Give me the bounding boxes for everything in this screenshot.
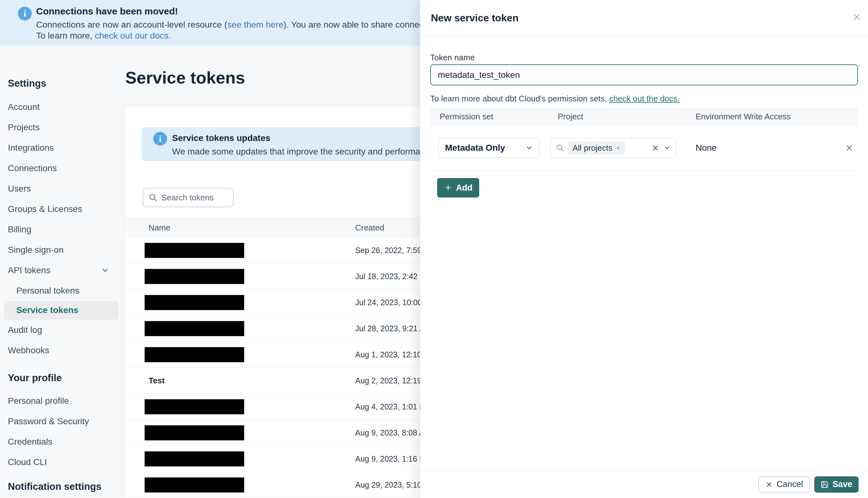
add-button-label: Add <box>456 183 472 193</box>
close-icon[interactable] <box>851 11 862 23</box>
sidebar-item-service-tokens[interactable]: Service tokens <box>4 301 118 320</box>
sidebar-settings-header: Settings <box>0 78 125 89</box>
cancel-button[interactable]: Cancel <box>759 476 810 493</box>
plus-icon <box>444 184 452 192</box>
chevron-down-icon <box>525 144 533 152</box>
redacted-token-name <box>145 477 244 492</box>
sidebar-item-audit-log[interactable]: Audit log <box>0 320 125 340</box>
project-multiselect[interactable]: All projects <box>550 138 676 158</box>
updates-banner-title: Service tokens updates <box>172 133 271 143</box>
search-input[interactable] <box>161 193 228 202</box>
check-out-docs-link[interactable]: check out the docs. <box>609 94 680 103</box>
dbt-cloud-account-settings: i Connections have been moved! Connectio… <box>0 0 868 498</box>
sidebar-item-groups-licenses[interactable]: Groups & Licenses <box>0 199 125 219</box>
redacted-token-name <box>145 269 244 284</box>
sidebar-item-personal-tokens[interactable]: Personal tokens <box>0 280 125 301</box>
sidebar-item-single-sign-on[interactable]: Single sign-on <box>0 239 125 260</box>
redacted-token-name <box>145 425 244 440</box>
sidebar-notifications-header: Notification settings <box>0 481 125 492</box>
search-icon <box>148 193 158 202</box>
redacted-token-name <box>145 347 244 362</box>
sidebar-item-cloud-cli[interactable]: Cloud CLI <box>0 452 125 472</box>
redacted-token-name <box>145 243 244 258</box>
column-header-permission-set: Permission set <box>430 112 550 121</box>
sidebar-item-users[interactable]: Users <box>0 178 125 199</box>
settings-sidebar: Settings Account Projects Integrations C… <box>0 46 125 498</box>
permission-row: Metadata Only All projects <box>430 125 858 171</box>
chip-label: All projects <box>573 143 613 153</box>
remove-row-icon[interactable] <box>840 143 858 153</box>
info-icon: i <box>18 6 32 21</box>
banner-title: Connections have been moved! <box>36 6 178 17</box>
token-name-label: Token name <box>430 53 858 62</box>
save-icon <box>820 481 829 488</box>
sidebar-item-api-tokens-label: API tokens <box>8 265 50 275</box>
sidebar-item-account[interactable]: Account <box>0 97 125 117</box>
column-header-project: Project <box>550 112 696 121</box>
drawer-body: Token name To learn more about dbt Cloud… <box>420 53 868 197</box>
see-them-here-link[interactable]: see them here <box>227 20 284 29</box>
save-button-label: Save <box>832 480 852 489</box>
sidebar-item-integrations[interactable]: Integrations <box>0 137 125 158</box>
token-name-input[interactable] <box>430 64 858 86</box>
permissions-table: Permission set Project Environment Write… <box>430 108 858 171</box>
sidebar-item-connections[interactable]: Connections <box>0 158 125 178</box>
banner-footer: To learn more, check out our docs. <box>36 31 171 41</box>
help-text: To learn more about dbt Cloud's permissi… <box>430 94 609 103</box>
chip-remove-icon[interactable] <box>616 145 621 151</box>
chevron-down-icon[interactable] <box>663 144 670 151</box>
banner-body-text: Connections are now an account-level res… <box>36 20 227 29</box>
info-icon: i <box>153 132 167 146</box>
check-docs-link[interactable]: check out our docs. <box>95 31 171 40</box>
drawer-title: New service token <box>431 12 518 24</box>
column-header-name: Name <box>125 223 355 233</box>
environment-write-access-value: None <box>696 143 840 153</box>
clear-selection-icon[interactable] <box>651 144 660 152</box>
redacted-token-name <box>145 321 244 336</box>
new-service-token-drawer: New service token Token name To learn mo… <box>420 0 868 498</box>
permission-set-value: Metadata Only <box>445 143 505 153</box>
all-projects-chip[interactable]: All projects <box>568 141 625 155</box>
add-permission-button[interactable]: Add <box>437 178 479 197</box>
close-icon <box>765 481 773 488</box>
drawer-header: New service token <box>420 0 868 36</box>
sidebar-item-api-tokens[interactable]: API tokens <box>0 260 125 280</box>
sidebar-item-personal-profile[interactable]: Personal profile <box>0 391 125 411</box>
sidebar-profile-header: Your profile <box>0 372 125 384</box>
redacted-token-name <box>145 295 244 310</box>
drawer-footer: Cancel Save <box>420 470 868 498</box>
column-header-env-write-access: Environment Write Access <box>696 112 840 121</box>
permissions-table-header: Permission set Project Environment Write… <box>430 108 858 125</box>
cancel-button-label: Cancel <box>777 480 803 489</box>
redacted-token-name <box>145 451 244 466</box>
page-title: Service tokens <box>125 68 245 87</box>
chevron-down-icon <box>101 266 109 275</box>
redacted-token-name <box>145 399 244 414</box>
search-tokens-box[interactable] <box>143 188 234 207</box>
sidebar-item-password-security[interactable]: Password & Security <box>0 411 125 431</box>
permission-help-text: To learn more about dbt Cloud's permissi… <box>430 94 858 104</box>
search-icon <box>555 144 564 152</box>
sidebar-item-projects[interactable]: Projects <box>0 117 125 137</box>
token-name: Test <box>148 376 355 385</box>
permission-set-select[interactable]: Metadata Only <box>438 138 540 158</box>
save-button[interactable]: Save <box>814 476 858 493</box>
sidebar-item-billing[interactable]: Billing <box>0 219 125 239</box>
sidebar-item-credentials[interactable]: Credentials <box>0 431 125 452</box>
sidebar-item-webhooks[interactable]: Webhooks <box>0 340 125 361</box>
banner-footer-text: To learn more, <box>36 31 95 40</box>
